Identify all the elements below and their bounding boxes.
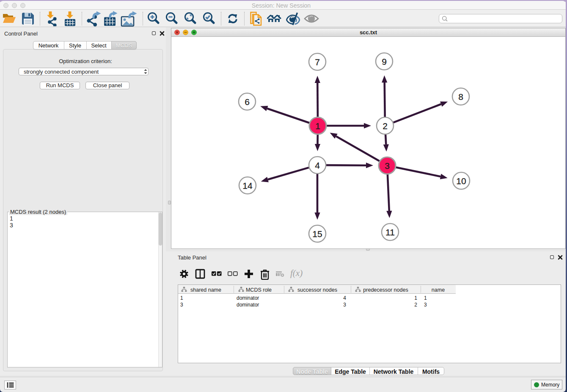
svg-text:3: 3 [385, 161, 390, 171]
svg-text:2: 2 [383, 121, 388, 131]
svg-text:6: 6 [245, 97, 250, 107]
svg-text:15: 15 [312, 229, 322, 239]
svg-text:9: 9 [382, 57, 387, 66]
svg-text:11: 11 [385, 227, 395, 237]
svg-text:14: 14 [242, 181, 253, 190]
svg-text:4: 4 [315, 160, 320, 170]
svg-text:1: 1 [315, 121, 320, 131]
svg-text:8: 8 [458, 92, 463, 102]
svg-text:7: 7 [315, 57, 320, 67]
svg-text:10: 10 [456, 176, 466, 186]
